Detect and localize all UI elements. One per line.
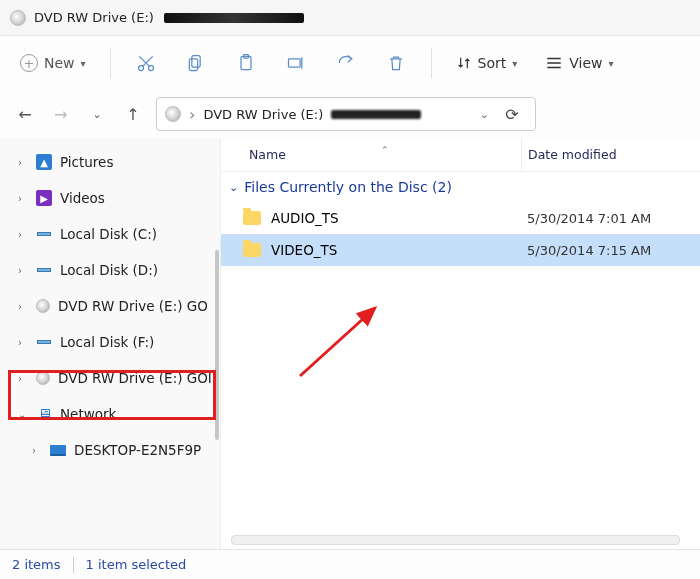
status-items: 2 items	[12, 557, 61, 572]
forward-button[interactable]: →	[48, 101, 74, 127]
separator	[431, 48, 432, 78]
svg-rect-6	[288, 59, 300, 67]
pictures-icon: ▲	[36, 154, 52, 170]
column-date[interactable]: Date modified	[521, 138, 700, 171]
sidebar-item-label: DVD RW Drive (E:) GO	[58, 298, 208, 314]
sidebar-item-label: Network	[60, 406, 116, 422]
disc-icon	[10, 10, 26, 26]
separator	[73, 557, 74, 573]
redacted-title	[164, 13, 304, 23]
file-date: 5/30/2014 7:01 AM	[521, 211, 700, 226]
sidebar-item-label: DVD RW Drive (E:) GOI	[58, 370, 212, 386]
svg-rect-2	[191, 56, 199, 68]
sidebar-item-label: Local Disk (D:)	[60, 262, 158, 278]
view-icon	[545, 56, 563, 70]
toolbar: + New ▾ Sort ▾ View ▾	[0, 36, 700, 90]
window-title: DVD RW Drive (E:)	[34, 10, 154, 25]
file-row[interactable]: AUDIO_TS5/30/2014 7:01 AM	[221, 202, 700, 234]
view-button[interactable]: View ▾	[535, 55, 623, 71]
chevron-right-icon[interactable]: ›	[18, 337, 28, 348]
horizontal-scrollbar[interactable]	[231, 535, 680, 545]
copy-button[interactable]	[175, 45, 217, 81]
sort-icon	[456, 55, 472, 71]
chevron-down-icon: ▾	[81, 58, 86, 69]
new-label: New	[44, 55, 75, 71]
videos-icon: ▶	[36, 190, 52, 206]
dvd-icon	[36, 299, 50, 313]
chevron-right-icon[interactable]: ›	[32, 445, 42, 456]
refresh-button[interactable]: ⟳	[497, 105, 527, 124]
rename-button[interactable]	[275, 45, 317, 81]
file-name: VIDEO_TS	[271, 242, 337, 258]
folder-icon	[243, 243, 261, 257]
paste-button[interactable]	[225, 45, 267, 81]
sidebar-item[interactable]: ›DVD RW Drive (E:) GOI	[10, 360, 220, 396]
sidebar-item-label: DESKTOP-E2N5F9P	[74, 442, 201, 458]
sidebar-item[interactable]: ⌄🖥Network	[10, 396, 220, 432]
cut-button[interactable]	[125, 45, 167, 81]
address-field[interactable]: › DVD RW Drive (E:) ⌄ ⟳	[156, 97, 536, 131]
back-button[interactable]: ←	[12, 101, 38, 127]
column-headers: Name ⌃ Date modified	[221, 138, 700, 172]
group-header-label: Files Currently on the Disc (2)	[244, 179, 452, 195]
sidebar: ›▲Pictures›▶Videos›Local Disk (C:)›Local…	[0, 138, 220, 549]
chevron-right-icon[interactable]: ›	[18, 157, 28, 168]
chevron-right-icon[interactable]: ›	[18, 373, 28, 384]
plus-circle-icon: +	[20, 54, 38, 72]
sidebar-item-label: Videos	[60, 190, 105, 206]
view-label: View	[569, 55, 602, 71]
new-button[interactable]: + New ▾	[10, 45, 96, 81]
titlebar: DVD RW Drive (E:)	[0, 0, 700, 36]
dvd-icon	[36, 371, 50, 385]
folder-icon	[243, 211, 261, 225]
sort-button[interactable]: Sort ▾	[446, 55, 528, 71]
desktop-icon	[50, 445, 66, 456]
delete-button[interactable]	[375, 45, 417, 81]
breadcrumb[interactable]: DVD RW Drive (E:)	[203, 107, 323, 122]
chevron-right-icon: ›	[189, 105, 195, 124]
column-name[interactable]: Name ⌃	[221, 147, 521, 162]
status-bar: 2 items 1 item selected	[0, 549, 700, 579]
chevron-right-icon[interactable]: ›	[18, 301, 28, 312]
sidebar-item[interactable]: ›▶Videos	[10, 180, 220, 216]
sidebar-item[interactable]: ›Local Disk (C:)	[10, 216, 220, 252]
scrollbar[interactable]	[215, 250, 219, 440]
chevron-right-icon[interactable]: ›	[18, 193, 28, 204]
sidebar-item-label: Pictures	[60, 154, 113, 170]
disk-icon	[36, 334, 52, 350]
address-bar: ← → ⌄ ↑ › DVD RW Drive (E:) ⌄ ⟳	[0, 90, 700, 138]
status-selected: 1 item selected	[86, 557, 187, 572]
chevron-down-icon: ▾	[512, 58, 517, 69]
sidebar-item-label: Local Disk (C:)	[60, 226, 157, 242]
sidebar-item[interactable]: ›▲Pictures	[10, 144, 220, 180]
chevron-down-icon: ⌄	[229, 181, 238, 194]
chevron-right-icon[interactable]: ›	[18, 229, 28, 240]
sidebar-item[interactable]: ›DESKTOP-E2N5F9P	[10, 432, 220, 468]
chevron-down-icon: ▾	[609, 58, 614, 69]
net-icon: 🖥	[36, 406, 52, 422]
sidebar-item[interactable]: ›DVD RW Drive (E:) GO	[10, 288, 220, 324]
sort-label: Sort	[478, 55, 507, 71]
group-header[interactable]: ⌄ Files Currently on the Disc (2)	[221, 172, 700, 202]
column-name-label: Name	[249, 147, 286, 162]
file-list: Name ⌃ Date modified ⌄ Files Currently o…	[220, 138, 700, 549]
column-date-label: Date modified	[528, 147, 617, 162]
file-date: 5/30/2014 7:15 AM	[521, 243, 700, 258]
chevron-down-icon[interactable]: ⌄	[18, 409, 28, 420]
share-button[interactable]	[325, 45, 367, 81]
file-row[interactable]: VIDEO_TS5/30/2014 7:15 AM	[221, 234, 700, 266]
disk-icon	[36, 262, 52, 278]
up-button[interactable]: ↑	[120, 101, 146, 127]
sidebar-item[interactable]: ›Local Disk (D:)	[10, 252, 220, 288]
sidebar-item[interactable]: ›Local Disk (F:)	[10, 324, 220, 360]
recent-button[interactable]: ⌄	[84, 101, 110, 127]
sort-indicator-icon: ⌃	[381, 145, 389, 155]
disk-icon	[36, 226, 52, 242]
chevron-right-icon[interactable]: ›	[18, 265, 28, 276]
svg-rect-3	[189, 59, 197, 71]
file-name: AUDIO_TS	[271, 210, 339, 226]
separator	[110, 48, 111, 78]
chevron-down-icon[interactable]: ⌄	[480, 108, 489, 121]
disc-icon	[165, 106, 181, 122]
redacted-crumb	[331, 110, 421, 119]
